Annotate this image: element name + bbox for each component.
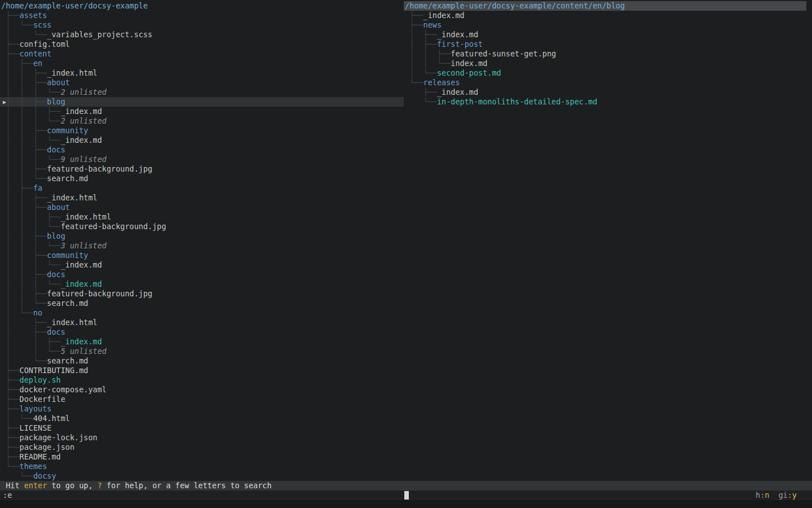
tree-row[interactable]: │ │ │ └──_index.md xyxy=(0,135,404,145)
dir-name: docs xyxy=(47,327,65,336)
tree-row-dir[interactable]: ├──news xyxy=(404,20,806,30)
tree-row-dir[interactable]: │ └──scss xyxy=(0,20,404,30)
dir-name: content xyxy=(20,49,52,58)
tree-row-dir[interactable]: └──themes xyxy=(0,462,404,471)
tree-branch: │ │ │ └── xyxy=(1,155,61,164)
tree-row-dir[interactable]: │ │ ├──about xyxy=(0,78,404,87)
tree-row[interactable]: ├──deploy.sh xyxy=(0,375,404,385)
file-name: _index.md xyxy=(61,279,102,288)
tree-row-dir[interactable]: │ ├──en xyxy=(0,59,404,68)
tree-row-dir[interactable]: │ │ ├──docs xyxy=(0,270,404,279)
tree-row[interactable]: │ │ │ └──_index.md xyxy=(0,279,404,289)
tree-row-dir[interactable]: │ ├──fa xyxy=(0,183,404,193)
tree-row[interactable]: │ │ ├──_index.md xyxy=(0,337,404,347)
flag-h: h:n xyxy=(756,491,769,500)
tree-row[interactable]: │ │ │ └──9 unlisted xyxy=(0,155,404,164)
tree-row[interactable]: ├──Dockerfile xyxy=(0,395,404,404)
tree-row[interactable]: ├──docker-compose.yaml xyxy=(0,385,404,395)
tree-branch: │ ├── xyxy=(405,30,437,39)
tree-row-dir[interactable]: └──releases xyxy=(404,78,806,87)
unlisted-count: 3 unlisted xyxy=(61,241,107,250)
tree-row-dir[interactable]: │ │ ├──docs xyxy=(0,145,404,155)
tree-row-dir[interactable]: ├──layouts xyxy=(0,404,404,414)
tree-row[interactable]: ├──LICENSE xyxy=(0,423,404,433)
tree-branch: │ │ ├── xyxy=(1,337,61,346)
tree-row-dir[interactable]: │ │ ├──about xyxy=(0,203,404,212)
tree-row[interactable]: ├──package-lock.json xyxy=(0,433,404,443)
file-name: _index.html xyxy=(47,318,97,327)
tree-branch: ├── xyxy=(1,395,20,404)
tree-branch: ├── xyxy=(1,40,20,49)
tree-branch: │ │ │ └── xyxy=(1,241,61,250)
file-name: _index.md xyxy=(423,11,465,20)
tree-row-dir[interactable]: ├──content xyxy=(0,49,404,59)
tree-branch: │ ├── xyxy=(1,59,33,68)
tree-branch: │ │ │ └── xyxy=(1,222,61,231)
tree-row[interactable]: │ │ │ └──featured-background.jpg xyxy=(0,222,404,231)
file-name: _index.html xyxy=(47,68,97,77)
tree-branch: ├── xyxy=(1,423,20,432)
tree-row[interactable]: │ │ │ └──2 unlisted xyxy=(0,87,404,97)
left-panel-path: /home/example-user/docsy-example xyxy=(0,1,404,11)
tree-row[interactable]: │ └──second-post.md xyxy=(404,68,806,78)
tree-row-dir[interactable]: │ │ ├──blog xyxy=(0,231,404,241)
flag-key: gi: xyxy=(778,491,792,500)
tree-row[interactable]: │ └──search.md xyxy=(0,356,404,366)
tree-row[interactable]: │ │ └──search.md xyxy=(0,174,404,183)
file-name: LICENSE xyxy=(20,423,52,432)
tree-row[interactable]: │ │ │ ├──_index.md xyxy=(0,107,404,116)
tree-row[interactable]: │ │ └──index.md xyxy=(404,59,806,68)
dir-name: first-post xyxy=(437,40,483,49)
tree-row[interactable]: ├──CONTRIBUTING.md xyxy=(0,366,404,375)
tree-row-dir[interactable]: │ └──no xyxy=(0,308,404,318)
tree-branch: │ │ ├── xyxy=(1,68,47,77)
tree-row[interactable]: │ ├──_index.md xyxy=(404,30,806,40)
tree-row[interactable]: │ │ ├──featured-sunset-get.png xyxy=(404,49,806,59)
tree-row[interactable]: ├──README.md xyxy=(0,452,404,462)
dir-name: community xyxy=(47,251,88,260)
flag-value: y xyxy=(792,491,797,500)
command-input[interactable]: :e xyxy=(3,491,12,500)
tree-row[interactable]: │ │ ├──featured-background.jpg xyxy=(0,289,404,299)
tree-row[interactable]: │ │ └──5 unlisted xyxy=(0,347,404,356)
tree-row-dir[interactable]: └──docsy xyxy=(0,471,404,481)
dir-name: news xyxy=(423,20,442,29)
file-name: search.md xyxy=(47,299,88,308)
tree-row-dir[interactable]: ├──assets xyxy=(0,11,404,20)
input-cursor xyxy=(404,491,409,500)
tree-branch: │ │ └── xyxy=(1,347,61,356)
tree-row[interactable]: └──in-depth-monoliths-detailed-spec.md xyxy=(404,97,806,107)
dir-name: blog xyxy=(47,231,65,240)
tree-row-dir[interactable]: ▶ │ │ ├──blog xyxy=(0,97,404,107)
tree-row-dir[interactable]: │ ├──docs xyxy=(0,327,404,337)
tree-row[interactable]: │ │ ├──_index.html xyxy=(0,68,404,78)
file-name: _index.md xyxy=(61,135,102,144)
status-hint-text: for help, or a few letters to search xyxy=(102,481,272,490)
file-name: search.md xyxy=(47,174,88,183)
dir-name: themes xyxy=(20,462,47,471)
tree-row[interactable]: ├──_index.md xyxy=(404,11,806,20)
tree-row[interactable]: │ │ │ └──_index.md xyxy=(0,260,404,270)
tree-row[interactable]: │ │ │ └──3 unlisted xyxy=(0,241,404,251)
dir-name: releases xyxy=(423,78,460,87)
tree-row[interactable]: │ │ ├──_index.html xyxy=(0,193,404,203)
tree-row[interactable]: │ └──404.html xyxy=(0,414,404,423)
tree-row[interactable]: ├──package.json xyxy=(0,443,404,452)
tree-branch: ├── xyxy=(1,443,20,452)
tree-row-dir[interactable]: │ │ ├──community xyxy=(0,126,404,135)
input-line: :e h:ngi:y xyxy=(0,491,812,500)
tree-row[interactable]: │ │ ├──featured-background.jpg xyxy=(0,164,404,174)
tree-row-dir[interactable]: │ ├──first-post xyxy=(404,40,806,49)
tree-branch: │ └── xyxy=(1,30,47,39)
tree-row[interactable]: │ ├──_index.html xyxy=(0,318,404,327)
tree-row-dir[interactable]: │ │ ├──community xyxy=(0,251,404,260)
tree-row[interactable]: │ │ │ └──2 unlisted xyxy=(0,116,404,126)
file-name: _index.html xyxy=(61,212,111,221)
tree-row[interactable]: │ │ └──search.md xyxy=(0,299,404,308)
tree-row[interactable]: │ └──_variables_project.scss xyxy=(0,30,404,40)
tree-row[interactable]: │ │ │ ├──_index.html xyxy=(0,212,404,222)
tree-branch: │ │ ├── xyxy=(1,231,47,240)
tree-row[interactable]: ├──_index.md xyxy=(404,87,806,97)
tree-row[interactable]: ├──config.toml xyxy=(0,40,404,49)
left-tree-rows: ├──assets │ └──scss │ └──_variables_proj… xyxy=(0,11,404,481)
